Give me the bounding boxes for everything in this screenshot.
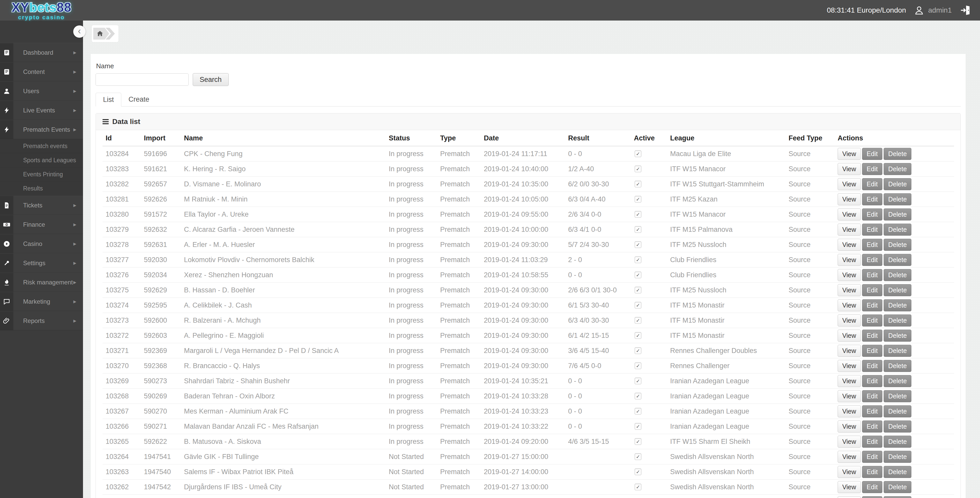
edit-button[interactable]: Edit (862, 193, 882, 205)
edit-button[interactable]: Edit (862, 420, 882, 433)
active-checkbox[interactable]: ✓ (635, 332, 641, 339)
view-button[interactable]: View (838, 405, 861, 417)
edit-button[interactable]: Edit (862, 208, 882, 220)
delete-button[interactable]: Delete (884, 451, 912, 463)
delete-button[interactable]: Delete (884, 375, 912, 387)
edit-button[interactable]: Edit (862, 239, 882, 251)
delete-button[interactable]: Delete (884, 496, 912, 498)
delete-button[interactable]: Delete (884, 390, 912, 402)
delete-button[interactable]: Delete (884, 284, 912, 296)
view-button[interactable]: View (838, 284, 861, 296)
active-checkbox[interactable]: ✓ (635, 287, 641, 293)
sidebar-item-marketing[interactable]: Marketing▶ (0, 292, 83, 311)
active-checkbox[interactable]: ✓ (635, 454, 641, 460)
view-button[interactable]: View (838, 330, 861, 342)
edit-button[interactable]: Edit (862, 178, 882, 190)
delete-button[interactable]: Delete (884, 405, 912, 417)
delete-button[interactable]: Delete (884, 436, 912, 448)
sidebar-item-risk-management[interactable]: Risk management▶ (0, 273, 83, 292)
sidebar-collapse-button[interactable]: ‹ (73, 25, 86, 38)
active-checkbox[interactable]: ✓ (635, 393, 641, 400)
view-button[interactable]: View (838, 420, 861, 433)
view-button[interactable]: View (838, 224, 861, 236)
search-button[interactable]: Search (193, 73, 229, 86)
sidebar-item-users[interactable]: Users▶ (0, 81, 83, 101)
edit-button[interactable]: Edit (862, 299, 882, 311)
sidebar-item-settings[interactable]: Settings▶ (0, 253, 83, 273)
view-button[interactable]: View (838, 269, 861, 281)
active-checkbox[interactable]: ✓ (635, 196, 641, 203)
delete-button[interactable]: Delete (884, 193, 912, 205)
edit-button[interactable]: Edit (862, 390, 882, 402)
edit-button[interactable]: Edit (862, 451, 882, 463)
active-checkbox[interactable]: ✓ (635, 226, 641, 233)
sidebar-item-live-events[interactable]: Live Events▶ (0, 101, 83, 120)
view-button[interactable]: View (838, 239, 861, 251)
view-button[interactable]: View (838, 390, 861, 402)
edit-button[interactable]: Edit (862, 405, 882, 417)
sidebar-item-dashboard[interactable]: Dashboard▶ (0, 43, 83, 62)
delete-button[interactable]: Delete (884, 299, 912, 311)
sidebar-item-casino[interactable]: Casino▶ (0, 234, 83, 253)
view-button[interactable]: View (838, 193, 861, 205)
active-checkbox[interactable]: ✓ (635, 347, 641, 354)
view-button[interactable]: View (838, 163, 861, 175)
delete-button[interactable]: Delete (884, 330, 912, 342)
view-button[interactable]: View (838, 436, 861, 448)
view-button[interactable]: View (838, 481, 861, 493)
delete-button[interactable]: Delete (884, 345, 912, 357)
edit-button[interactable]: Edit (862, 360, 882, 372)
active-checkbox[interactable]: ✓ (635, 166, 641, 172)
view-button[interactable]: View (838, 375, 861, 387)
edit-button[interactable]: Edit (862, 496, 882, 498)
view-button[interactable]: View (838, 299, 861, 311)
sidebar-item-content[interactable]: Content▶ (0, 62, 83, 81)
delete-button[interactable]: Delete (884, 420, 912, 433)
delete-button[interactable]: Delete (884, 148, 912, 160)
tab-list[interactable]: List (95, 93, 121, 106)
edit-button[interactable]: Edit (862, 163, 882, 175)
sidebar-subitem-results[interactable]: Results (0, 181, 83, 196)
edit-button[interactable]: Edit (862, 466, 882, 478)
delete-button[interactable]: Delete (884, 269, 912, 281)
edit-button[interactable]: Edit (862, 345, 882, 357)
edit-button[interactable]: Edit (862, 314, 882, 327)
edit-button[interactable]: Edit (862, 224, 882, 236)
active-checkbox[interactable]: ✓ (635, 484, 641, 490)
delete-button[interactable]: Delete (884, 254, 912, 266)
active-checkbox[interactable]: ✓ (635, 302, 641, 309)
view-button[interactable]: View (838, 208, 861, 220)
sidebar-item-tickets[interactable]: Tickets▶ (0, 196, 83, 215)
edit-button[interactable]: Edit (862, 269, 882, 281)
delete-button[interactable]: Delete (884, 208, 912, 220)
sidebar-item-reports[interactable]: Reports▶ (0, 311, 83, 330)
view-button[interactable]: View (838, 496, 861, 498)
active-checkbox[interactable]: ✓ (635, 271, 641, 278)
view-button[interactable]: View (838, 148, 861, 160)
sidebar-subitem-sports-and-leagues[interactable]: Sports and Leagues (0, 153, 83, 167)
logout-icon[interactable] (959, 4, 971, 16)
active-checkbox[interactable]: ✓ (635, 211, 641, 218)
delete-button[interactable]: Delete (884, 466, 912, 478)
tab-create[interactable]: Create (121, 93, 156, 106)
sidebar-subitem-events-printing[interactable]: Events Printing (0, 167, 83, 181)
edit-button[interactable]: Edit (862, 148, 882, 160)
breadcrumb-home-button[interactable] (93, 28, 109, 40)
edit-button[interactable]: Edit (862, 481, 882, 493)
active-checkbox[interactable]: ✓ (635, 377, 641, 384)
active-checkbox[interactable]: ✓ (635, 181, 641, 187)
active-checkbox[interactable]: ✓ (635, 408, 641, 415)
edit-button[interactable]: Edit (862, 254, 882, 266)
view-button[interactable]: View (838, 254, 861, 266)
active-checkbox[interactable]: ✓ (635, 438, 641, 445)
name-filter-input[interactable] (95, 73, 189, 86)
delete-button[interactable]: Delete (884, 163, 912, 175)
active-checkbox[interactable]: ✓ (635, 362, 641, 369)
active-checkbox[interactable]: ✓ (635, 241, 641, 248)
view-button[interactable]: View (838, 451, 861, 463)
view-button[interactable]: View (838, 314, 861, 327)
delete-button[interactable]: Delete (884, 360, 912, 372)
edit-button[interactable]: Edit (862, 375, 882, 387)
current-user[interactable]: admin1 (914, 5, 952, 16)
delete-button[interactable]: Delete (884, 178, 912, 190)
